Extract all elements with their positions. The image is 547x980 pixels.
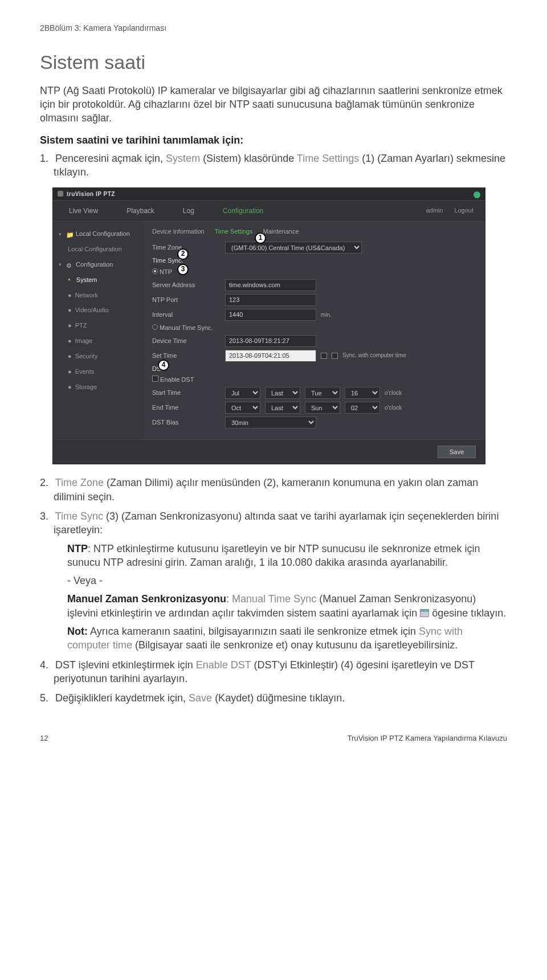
step-5: 5. Değişiklikleri kaydetmek için, Save (… (54, 691, 507, 705)
sync-checkbox[interactable] (332, 353, 338, 359)
label-devicetime: Device Time (152, 337, 221, 345)
label-sync: Sync. with computer time (342, 352, 406, 360)
dst-bias-select[interactable]: 30min (225, 416, 316, 428)
page-footer: 12 TruVision IP PTZ Kamera Yapılandırma … (40, 733, 507, 744)
section-timesync: Time Sync. (152, 256, 477, 265)
device-time-display (225, 335, 316, 347)
end-week-select[interactable]: Last (265, 402, 300, 414)
calendar-icon (420, 609, 429, 617)
step-number: 3. (40, 509, 52, 523)
radio-ntp[interactable] (152, 268, 158, 274)
step-text: (Kaydet) düğmesine tıklayın. (212, 692, 345, 704)
step-text: (3) (Zaman Senkronizasyonu) altında saat… (54, 511, 499, 536)
end-hour-select[interactable]: 02 (345, 402, 380, 414)
step-keyword: Enable DST (196, 659, 251, 671)
step-text: Penceresini açmak için, (55, 153, 166, 164)
label-endtime: End Time (152, 403, 221, 412)
label-ntp-port: NTP Port (152, 296, 221, 304)
label-interval: Interval (152, 311, 221, 319)
step-number: 1. (40, 152, 52, 165)
sidebar-item-events[interactable]: ● Events (53, 364, 144, 379)
sidebar-local-config[interactable]: ▾📁Local Configuration (53, 226, 144, 242)
ntp-paragraph: NTP: NTP etkinleştirme kutusunu işaretle… (67, 542, 507, 570)
label-dstbias: DST Bias (152, 418, 221, 427)
start-day-select[interactable]: Tue (305, 387, 340, 399)
label-oclock: o'clock (385, 389, 402, 397)
user-label: admin (426, 206, 443, 215)
brand-logo-icon (58, 191, 63, 197)
step-keyword: Time Sync (55, 511, 103, 522)
calendar-icon[interactable] (321, 353, 327, 359)
callout-4: 4 (158, 360, 169, 371)
gear-icon: ⚙ (66, 262, 72, 268)
label-server: Server Address (152, 281, 221, 289)
main-menu: Live View Playback Log Configuration adm… (53, 201, 485, 222)
step-text: DST işlevini etkinleştirmek için (55, 659, 196, 671)
menu-live-view[interactable]: Live View (69, 206, 98, 215)
set-time-input[interactable] (225, 350, 316, 362)
settings-tabs: Device Information Time Settings Mainten… (152, 227, 477, 236)
step-keyword: Time Zone (55, 477, 104, 488)
brand-text: truVision IP PTZ (67, 190, 115, 198)
label-oclock: o'clock (385, 404, 402, 412)
server-address-input[interactable] (225, 279, 316, 291)
callout-1: 1 (255, 232, 266, 244)
footer-title: TruVision IP PTZ Kamera Yapılandırma Kıl… (348, 733, 507, 744)
step-number: 2. (40, 476, 52, 489)
start-week-select[interactable]: Last (265, 387, 300, 399)
chevron-down-icon: ▾ (59, 231, 62, 238)
sidebar-item-ptz[interactable]: ● PTZ (53, 318, 144, 333)
start-hour-select[interactable]: 16 (345, 387, 380, 399)
page-title: Sistem saati (40, 50, 507, 76)
tab-device-info[interactable]: Device Information (152, 227, 205, 236)
manual-paragraph: Manuel Zaman Senkronizasyonu: Manual Tim… (67, 592, 507, 620)
sidebar-local-config-sub[interactable]: Local Configuration (53, 242, 144, 257)
logout-link[interactable]: Logout (454, 206, 473, 215)
step-3: 3. Time Sync (3) (Zaman Senkronizasyonu)… (54, 509, 507, 652)
step-text: (Zaman Dilimi) açılır menüsünden (2), ka… (54, 477, 478, 502)
sidebar-item-system[interactable]: System (53, 272, 144, 288)
end-month-select[interactable]: Oct (225, 402, 260, 414)
end-day-select[interactable]: Sun (305, 402, 340, 414)
label-starttime: Start Time (152, 389, 221, 397)
start-month-select[interactable]: Jul (225, 387, 260, 399)
step-keyword: Save (189, 692, 212, 704)
label-settime: Set Time (152, 352, 221, 360)
sidebar-item-security[interactable]: ● Security (53, 349, 144, 364)
label-enabledst: Enable DST (160, 376, 194, 383)
embedded-screenshot: truVision IP PTZ Live View Playback Log … (52, 187, 485, 465)
menu-playback[interactable]: Playback (126, 206, 154, 215)
tab-time-settings[interactable]: Time Settings (215, 227, 253, 236)
radio-manual[interactable] (152, 324, 158, 330)
menu-configuration[interactable]: Configuration (223, 206, 263, 215)
sidebar-item-image[interactable]: ● Image (53, 333, 144, 349)
enable-dst-checkbox[interactable] (152, 375, 158, 382)
sidebar-item-network[interactable]: ● Network (53, 288, 144, 303)
chevron-down-icon: ▾ (59, 261, 62, 268)
procedure-subtitle: Sistem saatini ve tarihini tanımlamak iç… (40, 133, 507, 147)
timezone-select[interactable]: (GMT-06:00) Central Time (US&Canada) (225, 242, 362, 254)
note-paragraph: Not: Ayrıca kameranın saatini, bilgisaya… (67, 624, 507, 652)
interval-input[interactable] (225, 309, 316, 321)
label-min: min. (321, 311, 332, 319)
window-titlebar: truVision IP PTZ (53, 188, 485, 201)
step-2: 2. Time Zone (Zaman Dilimi) açılır menüs… (54, 476, 507, 504)
callout-2: 2 (177, 248, 189, 260)
intro-paragraph: NTP (Ağ Saati Protokolü) IP kameralar ve… (40, 84, 507, 125)
content-pane: Device Information Time Settings Mainten… (144, 222, 485, 439)
step-number: 5. (40, 691, 52, 705)
step-4: 4. DST işlevini etkinleştirmek için Enab… (54, 658, 507, 686)
or-divider: - Veya - (67, 574, 507, 587)
step-text: (Sistem) klasöründe (200, 153, 297, 164)
sidebar: ▾📁Local Configuration Local Configuratio… (53, 222, 144, 439)
sidebar-configuration[interactable]: ▾⚙Configuration (53, 257, 144, 272)
sidebar-item-video[interactable]: ● Video/Audio (53, 303, 144, 318)
footer-page-number: 12 (40, 733, 48, 744)
help-icon[interactable] (473, 191, 480, 198)
save-button[interactable]: Save (438, 446, 476, 458)
section-dst: DST (152, 365, 477, 373)
ntp-port-input[interactable] (225, 294, 316, 306)
sidebar-item-storage[interactable]: ● Storage (53, 379, 144, 395)
tab-maintenance[interactable]: Maintenance (263, 227, 299, 236)
menu-log[interactable]: Log (183, 206, 194, 215)
